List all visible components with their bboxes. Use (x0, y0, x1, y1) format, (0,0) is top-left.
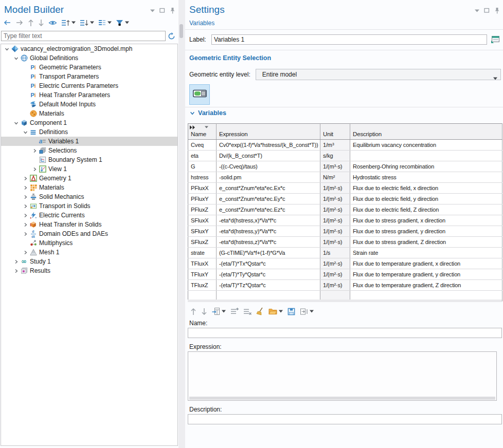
show-button[interactable] (47, 17, 59, 28)
expression-cell[interactable]: -(eta/T)*Tx*Qstar*c (217, 258, 320, 269)
tree-item-solid-mechanics[interactable]: Solid Mechanics (1, 192, 177, 201)
tree-item-global-definitions[interactable]: Global Definitions (1, 53, 177, 63)
chevron-collapsed-icon[interactable] (22, 176, 29, 181)
column-header-expression[interactable]: Expression (217, 124, 320, 140)
column-header-description[interactable]: Description (350, 124, 502, 140)
float-window-icon[interactable] (159, 8, 165, 13)
description-cell[interactable]: Flux due to stress gradient, x direction (350, 215, 502, 226)
table-row[interactable]: CveqCv0*exp((1-f)*Va*hstress/(k_B_const*… (188, 140, 502, 151)
expression-cell[interactable]: e_const*Znum*eta*ec.Ex*c (217, 183, 320, 194)
save-file-button[interactable] (286, 306, 297, 316)
name-cell[interactable]: SFluxX (188, 215, 217, 226)
name-cell[interactable]: G (188, 161, 217, 172)
chevron-collapsed-icon[interactable] (12, 259, 20, 264)
unit-cell[interactable]: 1/(m²·s) (320, 258, 350, 269)
forward-button[interactable] (14, 17, 25, 28)
expression-cell[interactable]: e_const*Znum*eta*ec.Ez*c (217, 204, 320, 215)
expression-cell[interactable]: e_const*Znum*eta*ec.Ey*c (217, 194, 320, 204)
unit-cell[interactable]: N/m² (320, 172, 350, 183)
chevron-collapsed-icon[interactable] (31, 148, 38, 153)
table-row[interactable]: TFluxY-(eta/T)*Ty*Qstar*c1/(m²·s)Flux du… (188, 269, 502, 280)
unit-cell[interactable]: 1/(m²·s) (320, 204, 350, 215)
table-row[interactable]: PFluxYe_const*Znum*eta*ec.Ey*c1/(m²·s)Fl… (188, 194, 502, 204)
tree-item-mesh-1[interactable]: Mesh 1 (1, 248, 177, 257)
tree-item-default-model-inputs[interactable]: Default Model Inputs (1, 100, 177, 109)
chevron-collapsed-icon[interactable] (12, 269, 20, 273)
variables-section-header[interactable]: Variables (189, 109, 226, 117)
table-row[interactable]: PFluxZe_const*Znum*eta*ec.Ez*c1/(m²·s)Fl… (188, 204, 502, 215)
tree-item-electric-currents[interactable]: Electric Currents (1, 211, 177, 220)
filter-input[interactable] (1, 31, 166, 41)
table-row[interactable]: SFluxX-eta*d(hstress,x)*Va*f*c1/(m²·s)Fl… (188, 215, 502, 226)
tree-item-transport-parameters[interactable]: PiTransport Parameters (1, 72, 177, 81)
tree-item-domain-odes-and-daes[interactable]: ddtDomain ODEs and DAEs (1, 229, 177, 238)
tree-item-variables-1[interactable]: a=Variables 1 (1, 137, 177, 146)
name-cell[interactable]: TFluxY (188, 269, 217, 280)
filter-button[interactable] (114, 17, 131, 28)
tree-item-materials[interactable]: Materials (1, 109, 177, 118)
table-row[interactable]: PFluxXe_const*Znum*eta*ec.Ex*c1/(m²·s)Fl… (188, 183, 502, 194)
description-cell[interactable]: Flux due to electric field, Z direction (350, 204, 502, 215)
table-row[interactable]: SFluxY-eta*d(hstress,y)*Va*f*c1/(m²·s)Fl… (188, 226, 502, 237)
unit-cell[interactable]: 1/(m²·s) (320, 215, 350, 226)
chevron-collapsed-icon[interactable] (22, 213, 29, 218)
chevron-expanded-icon[interactable] (3, 47, 10, 51)
chevron-collapsed-icon[interactable] (22, 222, 29, 227)
unit-cell[interactable]: 1/(m²·s) (320, 226, 350, 237)
panel-menu-icon[interactable] (475, 9, 479, 12)
name-cell[interactable]: TFluxX (188, 258, 217, 269)
expression-cell[interactable]: -eta*d(hstress,y)*Va*f*c (217, 226, 320, 237)
move-down-button[interactable] (37, 17, 46, 28)
expression-textarea[interactable] (188, 351, 497, 401)
pin-icon[interactable] (170, 7, 175, 14)
entity-level-select[interactable]: Entire model (256, 69, 501, 80)
rename-node-icon[interactable] (490, 34, 501, 45)
table-row[interactable]: etaDv/(k_B_const*T)s/kg (188, 151, 502, 161)
expand-all-button[interactable] (60, 17, 77, 28)
description-cell[interactable]: Flux due to electric field, x direction (350, 183, 502, 194)
dropdown-caret-icon[interactable] (279, 310, 283, 313)
table-row[interactable]: hstress-solid.pmN/m²Hydrostatic stress (188, 172, 502, 183)
tree-item-boundary-system-1[interactable]: Boundary System 1 (1, 155, 177, 164)
chevron-expanded-icon[interactable] (12, 121, 20, 125)
chevron-collapsed-icon[interactable] (22, 195, 29, 199)
table-row[interactable]: TFluxZ-(eta/T)*Tz*Qstar*c1/(m²·s)Flux du… (188, 280, 502, 291)
unit-cell[interactable]: 1/(m²·s) (320, 269, 350, 280)
description-cell[interactable]: Flux due to electric field, y direction (350, 194, 502, 204)
unit-cell[interactable]: 1/s (320, 248, 350, 258)
refresh-icon[interactable] (166, 32, 177, 40)
tree-item-heat-transfer-parameters[interactable]: PiHeat Transfer Parameters (1, 90, 177, 100)
tree-item-heat-transfer-in-solids[interactable]: Heat Transfer in Solids (1, 220, 177, 229)
collapse-all-button[interactable] (78, 17, 96, 28)
move-up-button[interactable] (26, 17, 35, 28)
add-row-button[interactable] (229, 306, 240, 316)
chevron-collapsed-icon[interactable] (22, 185, 29, 190)
description-cell[interactable]: Hydrostatic stress (350, 172, 502, 183)
chevron-collapsed-icon[interactable] (22, 232, 29, 236)
tree-item-selections[interactable]: Selections (1, 146, 177, 155)
panel-divider[interactable] (178, 0, 185, 448)
tree-item-geometric-parameters[interactable]: PiGeometric Parameters (1, 63, 177, 72)
load-file-button[interactable] (267, 306, 284, 316)
model-tree-node-text-button[interactable] (97, 17, 113, 28)
table-row[interactable]: G-((c-Cveq)/taus)1/(m³·s)Rosenberg-Ohrin… (188, 161, 502, 172)
name-cell[interactable]: SFluxZ (188, 237, 217, 248)
active-toggle-button[interactable] (189, 84, 210, 105)
description-cell[interactable]: Equilibrium vacancy concentration (350, 140, 502, 151)
expression-cell[interactable]: Dv/(k_B_const*T) (217, 151, 320, 161)
tree-item-geometry-1[interactable]: Geometry 1 (1, 174, 177, 183)
tree-item-component-1[interactable]: Component 1 (1, 118, 177, 127)
tree-item-materials[interactable]: Materials (1, 183, 177, 192)
unit-cell[interactable]: 1/(m²·s) (320, 194, 350, 204)
dropdown-caret-icon[interactable] (107, 21, 112, 24)
table-row[interactable]: TFluxX-(eta/T)*Tx*Qstar*c1/(m²·s)Flux du… (188, 258, 502, 269)
expression-cell[interactable]: -eta*d(hstress,z)*Va*f*c (217, 237, 320, 248)
description-cell[interactable]: Flux due to stress gradient, y direction (350, 226, 502, 237)
description-cell[interactable]: Flux due to temperature gradient, x dire… (350, 258, 502, 269)
description-cell[interactable]: Flux due to temperature gradient, y dire… (350, 269, 502, 280)
name-cell[interactable]: PFluxZ (188, 204, 217, 215)
name-cell[interactable]: Cveq (188, 140, 217, 151)
table-row[interactable]: strate(G-cTIME)*Va*f+(1-f)*G*Va1/sStrain… (188, 248, 502, 258)
name-cell[interactable]: SFluxY (188, 226, 217, 237)
move-to-table-button[interactable] (210, 306, 227, 316)
